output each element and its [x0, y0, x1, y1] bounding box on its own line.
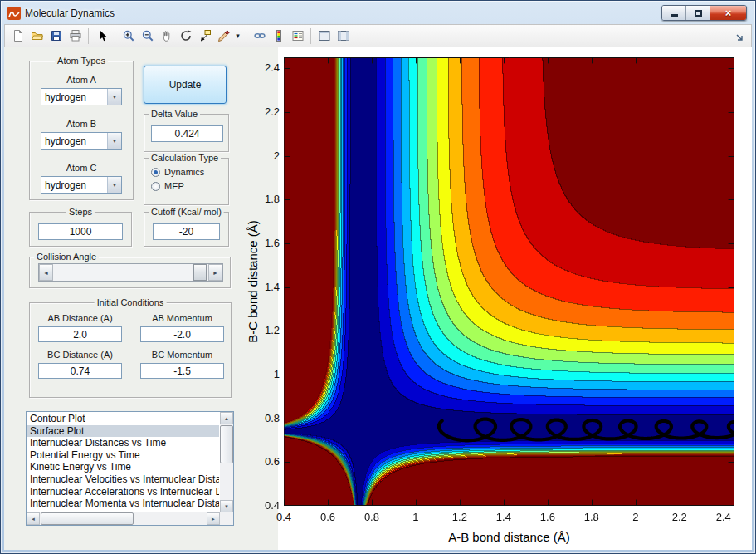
contour-canvas[interactable] [284, 57, 734, 506]
pan-button[interactable] [157, 27, 176, 46]
close-button[interactable]: × [710, 6, 746, 20]
scroll-left-arrow[interactable]: ◄ [27, 512, 40, 525]
minimize-button[interactable] [662, 6, 686, 20]
new-file-icon [12, 29, 25, 42]
scroll-down-arrow[interactable]: ▼ [220, 500, 233, 512]
slider-right-arrow[interactable]: ► [208, 264, 222, 281]
y-tick-label: 1.2 [241, 324, 280, 336]
chevron-down-icon: ▾ [236, 32, 240, 40]
horizontal-scrollbar[interactable]: ◄ ► [27, 512, 220, 525]
print-figure-button[interactable] [66, 27, 85, 46]
field-input[interactable]: -1.5 [140, 363, 224, 379]
field-label: BC Distance (A) [47, 350, 113, 360]
horizontal-scrollbar-thumb[interactable] [41, 512, 134, 525]
field-input[interactable]: 2.0 [38, 326, 122, 342]
collision-angle-slider[interactable]: ◄ ► [38, 263, 223, 282]
x-tick-label: 0.8 [355, 511, 388, 523]
show-plot-tools-button[interactable] [334, 27, 353, 46]
brush-menu-button[interactable]: ▾ [233, 27, 242, 46]
atom-select-value: hydrogen [45, 179, 86, 191]
atom-select-value: hydrogen [45, 91, 86, 103]
atom-select[interactable]: hydrogen▼ [41, 88, 122, 105]
x-tick-label: 0.4 [267, 511, 300, 523]
y-tick-label: 0.6 [241, 455, 280, 468]
radio-selected-icon[interactable] [151, 168, 160, 177]
toolbar-separator [310, 28, 311, 44]
slider-thumb[interactable] [193, 264, 207, 281]
atom-rows: Atom Ahydrogen▼Atom Bhydrogen▼Atom Chydr… [30, 61, 133, 199]
calculation-type-title: Calculation Type [149, 153, 221, 163]
calc-option-label: Dynamics [164, 167, 204, 177]
maximize-button[interactable] [686, 6, 710, 20]
save-figure-button[interactable] [46, 27, 66, 46]
update-button[interactable]: Update [144, 66, 227, 104]
delta-value-input[interactable]: 0.424 [151, 125, 223, 142]
titlebar[interactable]: Molecular Dynamics × [4, 2, 752, 24]
open-file-button[interactable] [27, 27, 46, 46]
initial-condition-field: BC Distance (A)0.74 [38, 350, 122, 379]
vertical-scrollbar-thumb[interactable] [220, 425, 233, 463]
steps-input[interactable]: 1000 [38, 223, 123, 240]
x-axis-label: A-B bond distance (Å) [284, 530, 734, 544]
list-item[interactable]: Internuclear Distances vs Time [27, 437, 219, 449]
legend-icon [291, 29, 305, 42]
vertical-scrollbar[interactable]: ▲ ▼ [220, 412, 233, 512]
list-item[interactable]: Potential Energy vs Time [27, 449, 219, 462]
toolbar-separator [115, 28, 115, 44]
dock-figure-button[interactable] [730, 28, 749, 47]
initial-condition-field: AB Distance (A)2.0 [38, 313, 122, 342]
data-cursor-button[interactable] [195, 27, 214, 46]
matlab-app-icon [7, 7, 21, 20]
atom-select[interactable]: hydrogen▼ [41, 132, 122, 150]
data-cursor-icon [198, 29, 212, 42]
printer-icon [69, 29, 82, 42]
calc-option[interactable]: MEP [151, 181, 204, 191]
x-tick-label: 2.4 [707, 511, 740, 523]
x-tick-label: 0.6 [311, 511, 344, 523]
scroll-right-arrow[interactable]: ► [207, 512, 220, 525]
chevron-down-icon[interactable]: ▼ [107, 177, 121, 193]
scroll-up-arrow[interactable]: ▲ [220, 412, 233, 424]
new-file-button[interactable] [8, 27, 27, 46]
cutoff-title: Cutoff (Kcal/ mol) [149, 207, 224, 217]
steps-panel: Steps 1000 [29, 212, 132, 247]
cutoff-panel: Cutoff (Kcal/ mol) -20 [144, 212, 229, 247]
list-item[interactable]: Kinetic Energy vs Time [27, 461, 219, 473]
insert-colorbar-button[interactable] [269, 27, 288, 46]
hide-plot-tools-button[interactable] [315, 27, 334, 46]
calc-option[interactable]: Dynamics [151, 167, 204, 177]
radio-icon[interactable] [151, 182, 160, 191]
atom-select[interactable]: hydrogen▼ [41, 176, 122, 194]
chevron-down-icon[interactable]: ▼ [107, 89, 121, 105]
rotate-3d-button[interactable] [176, 27, 195, 46]
cutoff-input[interactable]: -20 [153, 223, 220, 240]
slider-left-arrow[interactable]: ◄ [39, 264, 53, 281]
list-item[interactable]: Surface Plot [27, 425, 219, 438]
brush-button[interactable] [214, 27, 233, 46]
field-input[interactable]: 0.74 [38, 363, 122, 379]
zoom-out-button[interactable] [138, 27, 157, 46]
plot-type-listbox[interactable]: Contour PlotSurface PlotInternuclear Dis… [26, 411, 234, 526]
x-tick-label: 2 [619, 511, 652, 523]
atom-label: Atom B [66, 119, 96, 129]
figure-toolbar: ▾ [4, 24, 752, 47]
link-plot-button[interactable] [250, 27, 269, 46]
list-item[interactable]: Internuclear Velocities vs Internuclear … [27, 473, 219, 486]
ic-grid: AB Distance (A)2.0AB Momentum-2.0BC Dist… [38, 313, 224, 379]
atom-types-panel: Atom Types Atom Ahydrogen▼Atom Bhydrogen… [29, 61, 134, 200]
y-tick-label: 0.4 [241, 499, 280, 512]
list-item[interactable]: Internuclear Momenta vs Internuclear Dis… [27, 498, 219, 510]
list-item[interactable]: Contour Plot [27, 413, 219, 425]
edit-plot-button[interactable] [92, 27, 111, 46]
rotate-3d-icon [179, 29, 193, 42]
field-input[interactable]: -2.0 [140, 326, 224, 342]
y-tick-label: 1 [241, 368, 280, 380]
calculation-type-panel: Calculation Type DynamicsMEP [144, 158, 229, 205]
list-item[interactable]: Internuclear Accelerations vs Internucle… [27, 486, 219, 498]
chevron-down-icon[interactable]: ▼ [107, 133, 121, 149]
zoom-in-button[interactable] [119, 27, 138, 46]
plot-list-items: Contour PlotSurface PlotInternuclear Dis… [27, 413, 219, 512]
close-icon: × [725, 7, 732, 18]
hide-plot-tools-icon [318, 29, 331, 42]
insert-legend-button[interactable] [288, 27, 307, 46]
